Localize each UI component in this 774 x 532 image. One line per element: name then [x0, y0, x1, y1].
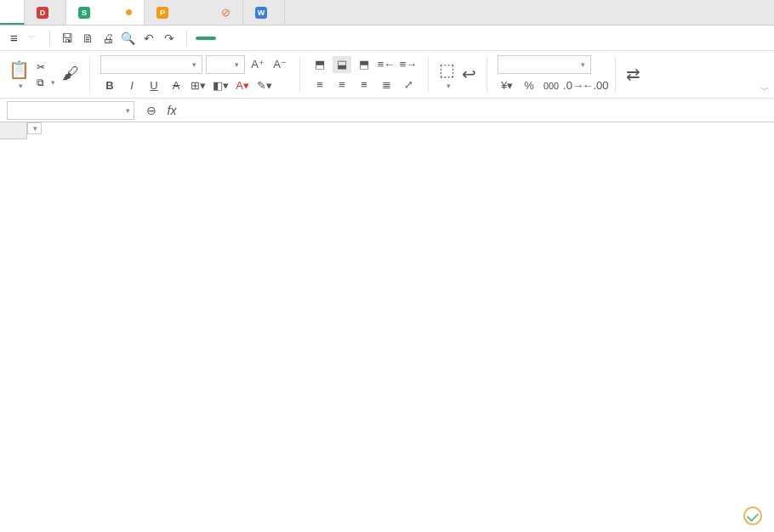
currency-button[interactable]: ¥▾: [498, 77, 516, 94]
pptx-icon: P: [157, 7, 168, 19]
wrap-text-button[interactable]: ↩: [462, 64, 476, 86]
tab-pptx[interactable]: P⊘: [145, 0, 243, 25]
cancel-formula-button[interactable]: ⊖: [141, 104, 162, 117]
align-right-button[interactable]: ≡: [355, 76, 373, 93]
tab-xlsx[interactable]: S: [66, 0, 145, 25]
name-box[interactable]: ▾: [7, 101, 134, 120]
clipboard-icon: 📋: [9, 59, 30, 80]
select-all-corner[interactable]: [0, 122, 27, 139]
must-icon: D: [37, 7, 48, 19]
merge-icon: ⬚: [439, 59, 455, 80]
menubar: ≡ ﹀ 🖫 🗎 🖨 🔍 ↶ ↷: [0, 25, 774, 51]
paste-button[interactable]: 📋 ▾: [9, 59, 30, 90]
scissors-icon: ✂: [37, 61, 45, 73]
increase-font-button[interactable]: A⁺: [248, 56, 267, 73]
copy-button[interactable]: ⧉▾: [37, 76, 55, 88]
justify-button[interactable]: ≣: [377, 76, 396, 93]
indent-increase-button[interactable]: ≡→: [399, 56, 418, 73]
copy-icon: ⧉: [37, 76, 44, 88]
chevron-down-icon: ﹀: [28, 32, 36, 43]
wrap-icon: ↩: [462, 64, 476, 84]
fx-button[interactable]: fx: [162, 104, 182, 117]
underline-button[interactable]: U: [145, 77, 163, 94]
align-center-button[interactable]: ≡: [333, 76, 351, 93]
separator: [49, 31, 50, 46]
file-menu[interactable]: ﹀: [25, 32, 36, 43]
chevron-down-icon: ▾: [192, 60, 196, 69]
separator: [89, 57, 90, 93]
separator: [428, 57, 429, 93]
increase-decimal-button[interactable]: ←.00: [586, 77, 605, 94]
chevron-down-icon: ▾: [19, 82, 23, 90]
font-color-button[interactable]: A▾: [233, 77, 252, 94]
highlight-button[interactable]: ✎▾: [255, 77, 274, 94]
separator: [487, 57, 487, 93]
hamburger-icon[interactable]: ≡: [7, 31, 21, 45]
separator: [186, 31, 187, 46]
border-button[interactable]: ⊞▾: [189, 77, 208, 94]
collapse-ribbon-button[interactable]: ﹀: [760, 84, 769, 96]
comma-button[interactable]: 000: [542, 77, 561, 94]
merge-center-button[interactable]: ⬚ ▾: [439, 59, 455, 90]
italic-button[interactable]: I: [122, 77, 141, 94]
tab-docx[interactable]: W: [243, 0, 285, 25]
redo-icon[interactable]: ↷: [161, 30, 178, 47]
number-format-select[interactable]: ▾: [498, 55, 591, 74]
decrease-decimal-button[interactable]: .0→: [564, 77, 583, 94]
print-preview-icon[interactable]: 🔍: [120, 30, 137, 47]
font-size-select[interactable]: ▾: [206, 55, 245, 74]
tab-templates[interactable]: D: [25, 0, 66, 25]
save-icon[interactable]: 🖫: [59, 30, 76, 47]
font-name-select[interactable]: ▾: [100, 55, 202, 74]
print-icon[interactable]: 🖨: [100, 30, 117, 47]
tab-home[interactable]: [0, 0, 25, 25]
formula-input[interactable]: [182, 101, 774, 120]
format-painter-button[interactable]: 🖌: [62, 64, 79, 85]
align-bottom-button[interactable]: ⬒: [355, 56, 373, 73]
cut-button[interactable]: ✂: [37, 61, 55, 73]
bold-button[interactable]: B: [100, 77, 119, 94]
fill-color-button[interactable]: ◧▾: [211, 77, 230, 94]
chevron-down-icon: ▾: [51, 78, 55, 87]
menu-start[interactable]: [196, 37, 216, 40]
chevron-down-icon: ▾: [33, 124, 37, 133]
indent-decrease-button[interactable]: ≡←: [377, 56, 396, 73]
percent-button[interactable]: %: [520, 77, 538, 94]
xlsx-icon: S: [78, 7, 90, 19]
strike-button[interactable]: A: [167, 77, 185, 94]
chevron-down-icon: ▾: [447, 82, 451, 90]
paste-options-button[interactable]: ▾: [27, 122, 42, 134]
align-left-button[interactable]: ≡: [310, 76, 329, 93]
separator: [615, 57, 616, 93]
row-headers: [0, 122, 27, 532]
align-top-button[interactable]: ⬒: [310, 56, 329, 73]
convert-icon: ⇄: [626, 64, 640, 84]
type-convert-button[interactable]: ⇄: [626, 64, 640, 86]
document-tabs: D S P⊘ W: [0, 0, 774, 25]
sheet-area[interactable]: ▾: [27, 122, 774, 532]
spreadsheet-grid: ▾: [0, 122, 774, 532]
chevron-down-icon: ▾: [581, 60, 585, 69]
save-as-icon[interactable]: 🗎: [79, 30, 96, 47]
chevron-down-icon: ▾: [126, 106, 130, 115]
warning-icon: ⊘: [221, 6, 230, 19]
chevron-down-icon: ▾: [235, 60, 239, 69]
formula-bar: ▾ ⊖ fx: [0, 99, 774, 122]
decrease-font-button[interactable]: A⁻: [270, 56, 289, 73]
undo-icon[interactable]: ↶: [140, 30, 157, 47]
unsaved-dot-icon: [126, 9, 132, 15]
orientation-button[interactable]: ⤢: [399, 76, 418, 93]
align-middle-button[interactable]: ⬓: [333, 56, 351, 73]
ribbon: 📋 ▾ ✂ ⧉▾ 🖌 ▾ ▾ A⁺ A⁻ B I U A ⊞▾ ◧▾ A▾ ✎▾…: [0, 51, 774, 99]
brush-icon: 🖌: [62, 64, 79, 83]
doc-icon: W: [255, 7, 267, 19]
separator: [299, 57, 300, 93]
